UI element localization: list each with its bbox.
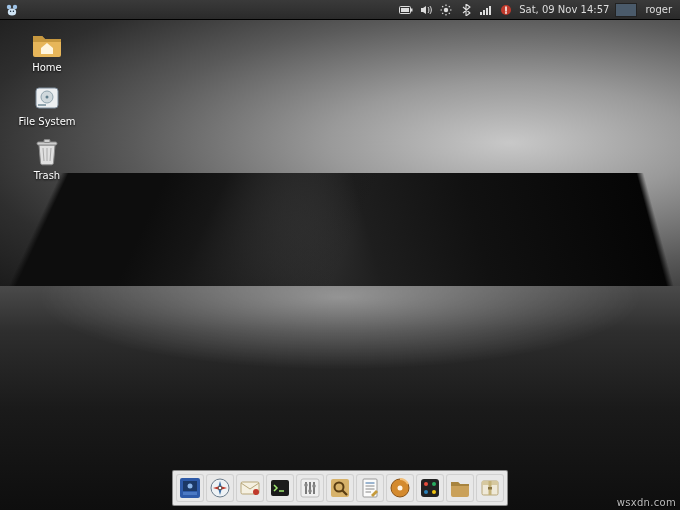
- svg-rect-34: [183, 492, 197, 495]
- folder-home-icon: [31, 28, 63, 60]
- svg-point-47: [304, 483, 308, 487]
- svg-point-65: [432, 490, 436, 494]
- dock-office-writer[interactable]: [356, 474, 384, 502]
- dock-mail-client[interactable]: [236, 474, 264, 502]
- svg-point-33: [188, 484, 193, 489]
- svg-point-2: [8, 8, 16, 15]
- watermark: wsxdn.com: [617, 497, 676, 508]
- software-updates-icon[interactable]: [499, 3, 513, 17]
- keyboard-layout-indicator[interactable]: [615, 3, 637, 17]
- desktop-icon-home[interactable]: Home: [12, 28, 82, 73]
- dock-application-finder[interactable]: [326, 474, 354, 502]
- svg-rect-7: [401, 8, 409, 12]
- dock-color-palette[interactable]: [416, 474, 444, 502]
- svg-point-0: [7, 4, 11, 8]
- desktop-icon-file-system[interactable]: File System: [12, 82, 82, 127]
- svg-line-13: [442, 6, 443, 7]
- dock-settings[interactable]: [296, 474, 324, 502]
- svg-rect-27: [44, 140, 50, 143]
- desktop-icon-label: File System: [12, 116, 82, 127]
- svg-rect-18: [483, 10, 485, 15]
- dock-screenshot-tool[interactable]: [176, 474, 204, 502]
- svg-point-48: [308, 489, 312, 493]
- svg-rect-69: [488, 487, 492, 490]
- trash-icon: [31, 136, 63, 168]
- svg-point-63: [432, 482, 436, 486]
- svg-line-14: [449, 12, 450, 13]
- svg-point-3: [10, 10, 11, 11]
- svg-point-40: [253, 489, 259, 495]
- battery-icon[interactable]: [399, 3, 413, 17]
- svg-rect-19: [486, 8, 488, 15]
- dock-music-player[interactable]: [386, 474, 414, 502]
- brightness-icon[interactable]: [439, 3, 453, 17]
- dock-terminal[interactable]: [266, 474, 294, 502]
- volume-icon[interactable]: [419, 3, 433, 17]
- drive-harddisk-icon: [31, 82, 63, 114]
- bluetooth-icon[interactable]: [459, 3, 473, 17]
- dock-file-manager[interactable]: [446, 474, 474, 502]
- system-tray: Sat, 09 Nov 14:57 roger: [399, 3, 680, 17]
- dock-archive-manager[interactable]: [476, 474, 504, 502]
- svg-rect-25: [38, 104, 46, 106]
- user-menu[interactable]: roger: [643, 4, 674, 15]
- svg-rect-41: [271, 480, 289, 496]
- svg-point-8: [444, 7, 448, 11]
- network-signal-icon[interactable]: [479, 3, 493, 17]
- xfce-mouse-icon: [5, 3, 19, 17]
- svg-line-15: [442, 12, 443, 13]
- svg-rect-17: [480, 12, 482, 15]
- desktop-icon-trash[interactable]: Trash: [12, 136, 82, 181]
- desktop-icon-label: Home: [12, 62, 82, 73]
- svg-line-16: [449, 6, 450, 7]
- svg-rect-20: [489, 6, 491, 15]
- svg-point-64: [424, 490, 428, 494]
- dock: [172, 470, 508, 506]
- desktop[interactable]: Home File System Trash: [0, 20, 680, 510]
- svg-point-49: [312, 484, 316, 488]
- svg-point-60: [398, 486, 403, 491]
- svg-rect-61: [421, 479, 439, 497]
- svg-point-1: [13, 4, 17, 8]
- dock-web-browser[interactable]: [206, 474, 234, 502]
- desktop-icon-label: Trash: [12, 170, 82, 181]
- svg-point-24: [46, 96, 49, 99]
- clock[interactable]: Sat, 09 Nov 14:57: [519, 4, 609, 15]
- svg-rect-6: [411, 8, 413, 11]
- applications-menu-button[interactable]: [3, 1, 21, 19]
- svg-point-38: [218, 486, 222, 490]
- svg-point-4: [13, 10, 14, 11]
- svg-point-62: [424, 482, 428, 486]
- top-panel: Sat, 09 Nov 14:57 roger: [0, 0, 680, 20]
